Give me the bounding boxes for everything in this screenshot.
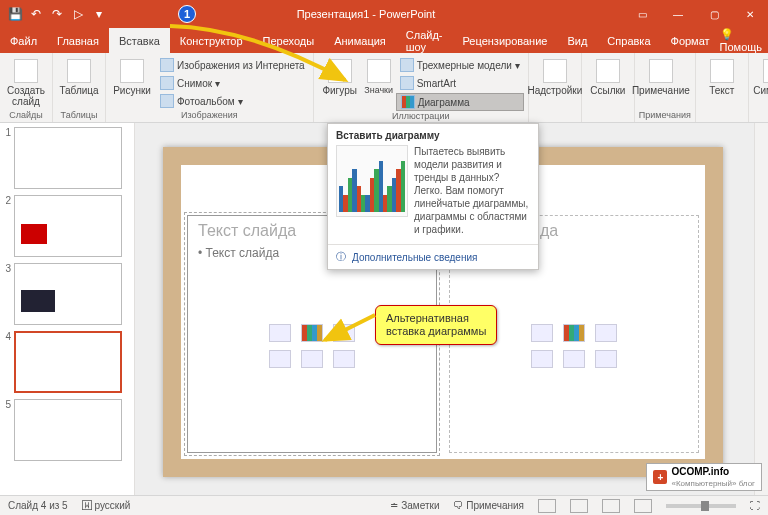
tab-view[interactable]: Вид	[557, 28, 597, 53]
shapes-button[interactable]: Фигуры	[318, 55, 362, 96]
thumb-1[interactable]: 1	[2, 127, 132, 189]
slideshow-view-button[interactable]	[634, 499, 652, 513]
group-label-text	[700, 120, 744, 122]
maximize-button[interactable]: ▢	[696, 0, 732, 28]
info-icon: ⓘ	[336, 250, 346, 264]
window-buttons: ▭ — ▢ ✕	[624, 0, 768, 28]
group-label-symbols	[753, 120, 768, 122]
addins-button[interactable]: Надстройки	[533, 55, 577, 96]
group-label-tables: Таблицы	[57, 110, 101, 122]
ribbon-group-images: Рисунки Изображения из Интернета Снимок …	[106, 53, 314, 122]
insert-picture-icon[interactable]	[531, 350, 553, 368]
quick-access-toolbar: 💾 ↶ ↷ ▷ ▾	[0, 5, 108, 23]
ribbon: Создать слайд Слайды Таблица Таблицы Рис…	[0, 53, 768, 123]
tab-design[interactable]: Конструктор	[170, 28, 253, 53]
close-button[interactable]: ✕	[732, 0, 768, 28]
tooltip-chart-preview	[336, 145, 408, 217]
sorter-view-button[interactable]	[570, 499, 588, 513]
comments-toggle[interactable]: 🗨 Примечания	[453, 500, 524, 511]
chart-button[interactable]: Диаграмма	[396, 93, 524, 111]
tab-help[interactable]: Справка	[597, 28, 660, 53]
ribbon-group-slides: Создать слайд Слайды	[0, 53, 53, 122]
tab-review[interactable]: Рецензирование	[453, 28, 558, 53]
undo-icon[interactable]: ↶	[27, 5, 45, 23]
insert-chart-icon[interactable]	[563, 324, 585, 342]
chart-tooltip: Вставить диаграмму Пытаетесь выявить мод…	[327, 123, 539, 270]
tooltip-text: Пытаетесь выявить модели развития и трен…	[414, 145, 530, 236]
tab-format[interactable]: Формат	[661, 28, 720, 53]
tell-me[interactable]: 💡 Помощь	[720, 28, 763, 53]
tab-slideshow[interactable]: Слайд-шоу	[396, 28, 453, 53]
screenshot-icon	[160, 76, 174, 90]
links-button[interactable]: Ссылки	[586, 55, 630, 96]
table-icon	[67, 59, 91, 83]
icons-icon	[367, 59, 391, 83]
reading-view-button[interactable]	[602, 499, 620, 513]
3d-models-button[interactable]: Трехмерные модели ▾	[396, 57, 524, 73]
insert-video-icon[interactable]	[595, 350, 617, 368]
normal-view-button[interactable]	[538, 499, 556, 513]
tooltip-more-info[interactable]: ⓘ Дополнительные сведения	[328, 244, 538, 269]
slide-thumbnails-panel[interactable]: 1 2 3 4 5	[0, 123, 135, 495]
redo-icon[interactable]: ↷	[48, 5, 66, 23]
thumb-3[interactable]: 3	[2, 263, 132, 325]
annotation-callout: Альтернативная вставка диаграммы	[375, 305, 497, 345]
tab-insert[interactable]: Вставка	[109, 28, 170, 53]
3d-models-icon	[400, 58, 414, 72]
minimize-button[interactable]: —	[660, 0, 696, 28]
insert-table-icon[interactable]	[269, 324, 291, 342]
photo-album-button[interactable]: Фотоальбом ▾	[156, 93, 309, 109]
tooltip-title: Вставить диаграмму	[328, 124, 538, 145]
photo-album-icon	[160, 94, 174, 108]
insert-table-icon[interactable]	[531, 324, 553, 342]
qat-more-icon[interactable]: ▾	[90, 5, 108, 23]
symbols-icon	[763, 59, 768, 83]
thumb-5[interactable]: 5	[2, 399, 132, 461]
insert-chart-icon[interactable]	[301, 324, 323, 342]
symbols-button[interactable]: Символы	[753, 55, 768, 96]
addins-icon	[543, 59, 567, 83]
tab-file[interactable]: Файл	[0, 28, 47, 53]
thumb-4[interactable]: 4	[2, 331, 132, 393]
text-icon	[710, 59, 734, 83]
pictures-icon	[120, 59, 144, 83]
insert-picture-icon[interactable]	[269, 350, 291, 368]
insert-smartart-icon[interactable]	[595, 324, 617, 342]
insert-smartart-icon[interactable]	[333, 324, 355, 342]
icons-button[interactable]: Значки	[364, 55, 394, 96]
new-slide-button[interactable]: Создать слайд	[4, 55, 48, 107]
ribbon-group-links: Ссылки	[582, 53, 635, 122]
insert-video-icon[interactable]	[333, 350, 355, 368]
ribbon-options-icon[interactable]: ▭	[624, 0, 660, 28]
notes-toggle[interactable]: ≐ Заметки	[390, 500, 439, 511]
vertical-scrollbar[interactable]	[754, 123, 768, 495]
group-label-slides: Слайды	[4, 110, 48, 122]
thumb-2[interactable]: 2	[2, 195, 132, 257]
tab-transitions[interactable]: Переходы	[253, 28, 325, 53]
insert-online-picture-icon[interactable]	[563, 350, 585, 368]
zoom-slider[interactable]	[666, 504, 736, 508]
text-button[interactable]: Текст	[700, 55, 744, 96]
comment-icon	[649, 59, 673, 83]
ribbon-group-tables: Таблица Таблицы	[53, 53, 106, 122]
watermark: + OCOMP.info «Компьютерный» блог	[646, 463, 762, 491]
fit-to-window-button[interactable]: ⛶	[750, 500, 760, 511]
placeholder-icons-right	[531, 324, 617, 368]
new-slide-icon	[14, 59, 38, 83]
tab-animations[interactable]: Анимация	[324, 28, 396, 53]
start-slideshow-icon[interactable]: ▷	[69, 5, 87, 23]
title-bar: 💾 ↶ ↷ ▷ ▾ Презентация1 - PowerPoint ▭ — …	[0, 0, 768, 28]
table-button[interactable]: Таблица	[57, 55, 101, 96]
screenshot-button[interactable]: Снимок ▾	[156, 75, 309, 91]
save-icon[interactable]: 💾	[6, 5, 24, 23]
insert-online-picture-icon[interactable]	[301, 350, 323, 368]
slide-counter[interactable]: Слайд 4 из 5	[8, 500, 68, 511]
online-pictures-button[interactable]: Изображения из Интернета	[156, 57, 309, 73]
comment-button[interactable]: Примечание	[639, 55, 683, 96]
pictures-button[interactable]: Рисунки	[110, 55, 154, 96]
smartart-button[interactable]: SmartArt	[396, 75, 524, 91]
tab-home[interactable]: Главная	[47, 28, 109, 53]
language-indicator[interactable]: 🅆 русский	[82, 500, 131, 511]
online-pictures-icon	[160, 58, 174, 72]
group-label-images: Изображения	[110, 110, 309, 122]
